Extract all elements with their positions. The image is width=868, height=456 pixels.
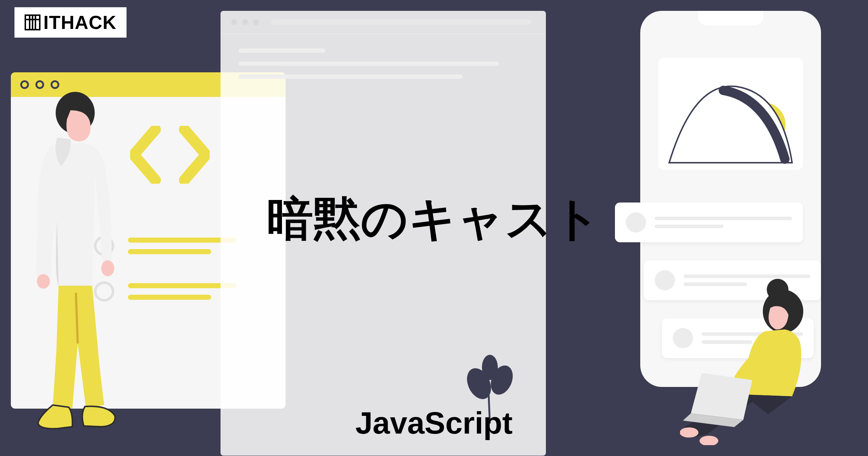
placeholder-line — [239, 48, 325, 53]
svg-point-8 — [37, 274, 50, 289]
placeholder-line — [128, 283, 236, 288]
svg-point-11 — [482, 355, 498, 380]
window-control-dot — [242, 19, 248, 25]
document-body — [221, 34, 546, 102]
window-control-dot — [253, 19, 259, 25]
logo-icon — [25, 14, 40, 30]
window-control-dot — [35, 80, 44, 89]
logo-badge: ITHACK — [14, 7, 127, 38]
window-control-dot — [231, 19, 237, 25]
document-header — [221, 11, 546, 34]
logo-text: ITHACK — [43, 12, 116, 33]
placeholder-line — [239, 74, 463, 79]
phone-notch — [698, 11, 763, 25]
sub-title: JavaScript — [0, 405, 868, 441]
standing-person-illustration — [18, 90, 119, 430]
main-title: 暗黙のキャスト — [0, 188, 868, 251]
address-bar-placeholder — [271, 20, 531, 25]
placeholder-line — [239, 61, 499, 66]
phone-hero-image — [658, 58, 803, 170]
avatar-placeholder — [655, 270, 675, 290]
placeholder-line — [128, 295, 211, 300]
window-control-dot — [20, 80, 29, 89]
window-control-dot — [51, 80, 59, 89]
code-brackets-icon — [130, 126, 210, 184]
svg-point-7 — [101, 260, 114, 276]
